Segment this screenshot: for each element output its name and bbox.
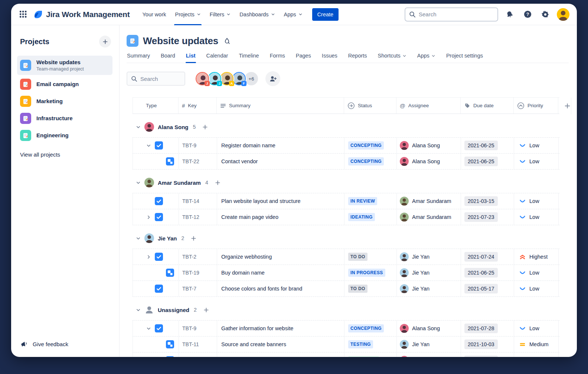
issue-row[interactable]: TBT-11 Source and create banners TESTING…: [133, 337, 559, 352]
column-header[interactable]: # Key: [179, 98, 217, 114]
status-cell[interactable]: IN REVIEW: [344, 193, 397, 209]
customize-theme-icon[interactable]: [223, 37, 231, 45]
issue-row[interactable]: TBT-22 Contact vendor CONCEPTING Alana S…: [133, 154, 559, 170]
due-date-cell[interactable]: 2021-07-23: [461, 209, 514, 225]
project-tab[interactable]: List: [186, 53, 196, 63]
collapse-group-icon[interactable]: [136, 236, 141, 241]
project-tab[interactable]: Apps: [417, 53, 436, 63]
issue-summary[interactable]: Install Wordpress: [217, 352, 344, 357]
project-tab[interactable]: Pages: [295, 53, 311, 63]
give-feedback-button[interactable]: Give feedback: [17, 338, 112, 350]
nav-menu-item[interactable]: Apps: [280, 4, 307, 25]
due-date-cell[interactable]: 2021-10-03: [461, 337, 514, 352]
priority-cell[interactable]: Low: [514, 321, 559, 336]
project-tab[interactable]: Issues: [321, 53, 338, 63]
project-tab[interactable]: Summary: [127, 53, 150, 63]
issue-row[interactable]: TBT-15 Install Wordpress LAUNCHED Alana …: [133, 352, 559, 357]
nav-menu-item[interactable]: Filters: [205, 4, 235, 25]
issue-row[interactable]: TBT-2 Organize webhosting TO DO Jie Yan …: [133, 249, 559, 265]
project-tab[interactable]: Calendar: [206, 53, 229, 63]
priority-cell[interactable]: Highest: [514, 249, 559, 265]
add-issue-button[interactable]: [215, 180, 220, 186]
list-search-input[interactable]: [140, 76, 181, 82]
column-header[interactable]: Summary: [217, 98, 344, 114]
column-header[interactable]: Status: [344, 98, 396, 114]
status-cell[interactable]: TESTING: [344, 337, 397, 352]
assignee-cell[interactable]: Alana Song: [397, 352, 461, 357]
assignee-cell[interactable]: Jie Yan: [397, 281, 461, 296]
issue-summary[interactable]: Register domain name: [217, 138, 344, 153]
list-search[interactable]: [127, 72, 185, 86]
view-all-projects-link[interactable]: View all projects: [17, 149, 112, 160]
assignee-cell[interactable]: Amar Sundaram: [397, 193, 461, 209]
add-issue-button[interactable]: [202, 124, 208, 130]
issue-summary[interactable]: Organize webhosting: [217, 249, 344, 265]
status-cell[interactable]: CONCEPTING: [344, 321, 397, 336]
status-cell[interactable]: CONCEPTING: [344, 154, 397, 169]
sidebar-project-item[interactable]: Website updates Team-managed project: [17, 56, 112, 75]
project-tab[interactable]: Project settings: [446, 53, 483, 63]
issue-row[interactable]: TBT-9 Gather information for website CON…: [133, 321, 559, 337]
priority-cell[interactable]: Low: [514, 193, 559, 209]
due-date-cell[interactable]: 2021-05-17: [461, 281, 514, 296]
sidebar-project-item[interactable]: Infrastructure: [17, 111, 112, 126]
expand-row-icon[interactable]: [146, 215, 151, 220]
nav-menu-item[interactable]: Your work: [138, 4, 171, 25]
member-avatar[interactable]: J: [195, 71, 210, 86]
add-issue-button[interactable]: [203, 307, 209, 313]
add-issue-button[interactable]: [191, 236, 196, 241]
priority-cell[interactable]: Low: [514, 281, 559, 296]
due-date-cell[interactable]: 2021-06-25: [461, 154, 514, 169]
create-button[interactable]: Create: [312, 8, 339, 21]
assignee-cell[interactable]: Jie Yan: [397, 265, 461, 280]
expand-row-icon[interactable]: [146, 326, 151, 331]
issue-summary[interactable]: Create main page video: [217, 209, 344, 225]
notifications-icon[interactable]: [503, 8, 516, 21]
issue-summary[interactable]: Contact vendor: [217, 154, 344, 169]
issue-row[interactable]: TBT-12 Create main page video IDEATING A…: [133, 209, 559, 225]
priority-cell[interactable]: Low: [514, 352, 559, 357]
project-tab[interactable]: Board: [160, 53, 176, 63]
issue-row[interactable]: TBT-7 Choose colors and fonts for brand …: [133, 281, 559, 297]
nav-menu-item[interactable]: Dashboards: [235, 4, 279, 25]
issue-summary[interactable]: Buy domain name: [217, 265, 344, 280]
assignee-cell[interactable]: Alana Song: [397, 154, 461, 169]
project-tab[interactable]: Forms: [270, 53, 285, 63]
column-header[interactable]: Priority: [514, 98, 558, 114]
column-header[interactable]: Due date: [461, 98, 514, 114]
nav-menu-item[interactable]: Projects: [170, 4, 205, 25]
app-switcher-icon[interactable]: [17, 8, 30, 21]
sidebar-project-item[interactable]: Email campaign: [17, 76, 112, 92]
project-tab[interactable]: Shortcuts: [378, 53, 407, 63]
brand[interactable]: Jira Work Management: [33, 10, 130, 19]
status-cell[interactable]: IN PROGRESS: [344, 265, 397, 280]
column-header[interactable]: @ Assignee: [396, 98, 461, 114]
due-date-cell[interactable]: 2021-06-25: [461, 138, 514, 153]
issue-summary[interactable]: Gather information for website: [217, 321, 344, 336]
priority-cell[interactable]: Low: [514, 209, 559, 225]
assignee-cell[interactable]: Alana Song: [397, 138, 461, 153]
issue-row[interactable]: TBT-19 Buy domain name IN PROGRESS Jie Y…: [133, 265, 559, 281]
user-avatar[interactable]: [557, 8, 569, 21]
help-icon[interactable]: ?: [521, 8, 534, 21]
project-tab[interactable]: Reports: [348, 53, 368, 63]
collapse-group-icon[interactable]: [136, 308, 141, 312]
issue-summary[interactable]: Choose colors and fonts for brand: [217, 281, 344, 296]
priority-cell[interactable]: Low: [514, 154, 559, 169]
global-search[interactable]: [405, 7, 498, 22]
issue-row[interactable]: TBT-9 Register domain name CONCEPTING Al…: [133, 138, 559, 154]
project-tab[interactable]: Timeline: [238, 53, 259, 63]
column-header[interactable]: Type: [133, 98, 179, 114]
status-cell[interactable]: CONCEPTING: [344, 138, 397, 153]
issue-row[interactable]: TBT-14 Plan website layout and structure…: [133, 193, 559, 209]
sidebar-project-item[interactable]: Marketing: [17, 94, 112, 109]
collapse-group-icon[interactable]: [136, 125, 141, 129]
add-column-button[interactable]: [560, 98, 571, 114]
due-date-cell[interactable]: 2021-07-28: [461, 321, 514, 336]
add-people-button[interactable]: [265, 71, 280, 86]
assignee-cell[interactable]: Alana Song: [397, 321, 461, 336]
priority-cell[interactable]: Medium: [514, 337, 559, 352]
expand-row-icon[interactable]: [146, 255, 151, 259]
expand-row-icon[interactable]: [146, 143, 151, 148]
priority-cell[interactable]: Low: [514, 138, 559, 153]
